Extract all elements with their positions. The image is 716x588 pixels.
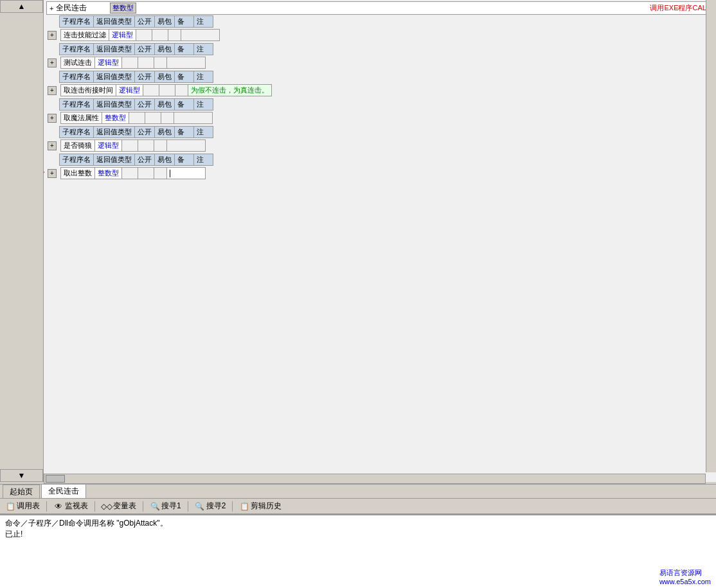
spare-cell-2 — [154, 57, 167, 69]
section-5-header-table: 子程序名 返回值类型 公开 易包 备 注 — [59, 126, 213, 138]
col-note-1: 注 — [194, 16, 213, 28]
monitor-icon: 👁 — [53, 501, 64, 512]
search1-label: 搜寻1 — [161, 501, 181, 512]
var-icon: ◇◇ — [102, 501, 112, 512]
plus-btn-4[interactable]: + — [48, 114, 57, 123]
col-note-5: 注 — [194, 127, 213, 138]
data-row-1: 连击技能过滤 逻辑型 — [61, 30, 220, 41]
comment-text-3: 为假不连击，为真连击。 — [191, 86, 269, 94]
col-easypack-2: 易包 — [155, 44, 175, 55]
data-row-5: 是否骑狼 逻辑型 — [61, 140, 206, 152]
left-sidebar: ▲ ▼ — [0, 0, 44, 482]
header-row-3: 子程序名 返回值类型 公开 易包 备 注 — [60, 71, 213, 83]
note-cell-1 — [181, 30, 220, 41]
var-label: 变量表 — [113, 501, 136, 512]
header-row-6: 子程序名 返回值类型 公开 易包 备 注 — [60, 154, 213, 166]
col-easypack-3: 易包 — [155, 71, 175, 83]
sep-1 — [46, 501, 47, 512]
col-subname-3: 子程序名 — [60, 71, 94, 83]
tab-home[interactable]: 起始页 — [3, 485, 40, 499]
search2-icon: 🔍 — [195, 501, 205, 512]
toolbar-search2[interactable]: 🔍 搜寻2 — [192, 499, 229, 513]
sidebar-scroll-up[interactable]: ▲ — [0, 0, 43, 13]
top-entry-row: + 全民连击 整数型 调用EXE程序CALL — [46, 1, 713, 15]
public-cell-3 — [143, 85, 159, 96]
col-public-3: 公开 — [135, 71, 155, 83]
subname-cell-3: 取连击衔接时间 — [61, 85, 116, 96]
header-row-1: 子程序名 返回值类型 公开 易包 备 注 — [60, 16, 213, 28]
row-item-2: + 测试连击 逻辑型 — [46, 56, 713, 69]
type-cell-5: 逻辑型 — [95, 140, 122, 152]
public-cell-4 — [129, 112, 145, 124]
subname-cell-1: 连击技能过滤 — [61, 30, 109, 41]
h-scroll-thumb[interactable] — [46, 475, 65, 483]
watermark: 易语言资源网 www.e5a5x.com — [659, 568, 711, 585]
col-spare-4: 备 — [175, 99, 194, 111]
pencil-icon: ✏ — [44, 168, 46, 179]
row-item-4: + 取魔法属性 整数型 — [46, 111, 713, 125]
row-data-3: 取连击衔接时间 逻辑型 为假不连击，为真连击。 — [60, 84, 272, 96]
spare-cell-5 — [154, 140, 167, 152]
plus-btn-5[interactable]: + — [48, 141, 57, 150]
col-public-4: 公开 — [135, 99, 155, 111]
toolbar-monitor-table[interactable]: 👁 监视表 — [51, 499, 91, 513]
data-row-6: 取出整数 整数型 — [61, 168, 206, 179]
type-cell-6: 整数型 — [95, 168, 122, 179]
sep-4 — [188, 501, 188, 512]
toolbar-clip-history[interactable]: 📋 剪辑历史 — [237, 499, 284, 513]
watermark-line2: www.e5a5x.com — [659, 578, 711, 585]
top-entry-name: 全民连击 — [56, 3, 107, 13]
col-easypack-6: 易包 — [155, 154, 175, 166]
row-item-6: ✏ + 取出整数 整数型 — [46, 166, 713, 180]
tab-home-label: 起始页 — [10, 487, 33, 496]
section-1-header-table: 子程序名 返回值类型 公开 易包 备 注 — [59, 15, 213, 28]
note-cell-2 — [167, 57, 206, 69]
toolbar-call-table[interactable]: 📋 调用表 — [3, 499, 42, 513]
subname-cell-2: 测试连击 — [61, 57, 95, 69]
note-cell-5 — [167, 140, 206, 152]
row-data-1: 连击技能过滤 逻辑型 — [60, 29, 220, 41]
plus-btn-1[interactable]: + — [48, 31, 57, 40]
clip-label: 剪辑历史 — [251, 501, 282, 512]
top-entry-plus[interactable]: + — [49, 4, 53, 12]
sep-3 — [143, 501, 143, 512]
toolbar-var-table[interactable]: ◇◇ 变量表 — [99, 499, 139, 513]
tabs-bar: 起始页 全民连击 — [0, 484, 716, 498]
plus-btn-6[interactable]: + — [48, 169, 57, 178]
header-row-4: 子程序名 返回值类型 公开 易包 备 注 — [60, 99, 213, 111]
sep-5 — [232, 501, 233, 512]
public-cell-5 — [122, 140, 138, 152]
col-returntype-4: 返回值类型 — [94, 99, 135, 111]
type-cell-3: 逻辑型 — [116, 85, 143, 96]
easypack-cell-1 — [152, 30, 168, 41]
col-note-2: 注 — [194, 44, 213, 55]
output-area: 命令／子程序／Dll命令调用名称 "gObjAttack"。 已止! — [0, 514, 716, 588]
vertical-scrollbar[interactable] — [706, 0, 716, 472]
editor-area[interactable]: + 全民连击 整数型 调用EXE程序CALL 子程序名 返回值类型 公开 易包 … — [44, 0, 716, 482]
horizontal-scrollbar[interactable] — [44, 474, 706, 484]
output-line2: 已止! — [5, 529, 711, 540]
row-data-5: 是否骑狼 逻辑型 — [60, 139, 206, 152]
col-subname-6: 子程序名 — [60, 154, 94, 166]
col-spare-3: 备 — [175, 71, 194, 83]
col-returntype-1: 返回值类型 — [94, 16, 135, 28]
header-row-5: 子程序名 返回值类型 公开 易包 备 注 — [60, 127, 213, 138]
toolbar-search1[interactable]: 🔍 搜寻1 — [147, 499, 184, 513]
subname-cell-6: 取出整数 — [61, 168, 95, 179]
tab-quanmin[interactable]: 全民连击 — [41, 484, 86, 499]
call-table-icon: 📋 — [5, 501, 15, 512]
row-data-2: 测试连击 逻辑型 — [60, 57, 206, 69]
col-easypack-1: 易包 — [155, 16, 175, 28]
col-note-4: 注 — [194, 99, 213, 111]
section-3: 子程序名 返回值类型 公开 易包 备 注 + 取连击衔接时间 逻辑型 — [46, 71, 713, 97]
subname-cell-4: 取魔法属性 — [61, 112, 102, 124]
plus-btn-3[interactable]: + — [48, 86, 57, 95]
clip-icon: 📋 — [239, 501, 249, 512]
col-returntype-2: 返回值类型 — [94, 44, 135, 55]
col-returntype-6: 返回值类型 — [94, 154, 135, 166]
subname-cell-5: 是否骑狼 — [61, 140, 95, 152]
sidebar-scroll-down[interactable]: ▼ — [0, 469, 43, 482]
col-spare-2: 备 — [175, 44, 194, 55]
plus-btn-2[interactable]: + — [48, 58, 57, 67]
col-returntype-3: 返回值类型 — [94, 71, 135, 83]
